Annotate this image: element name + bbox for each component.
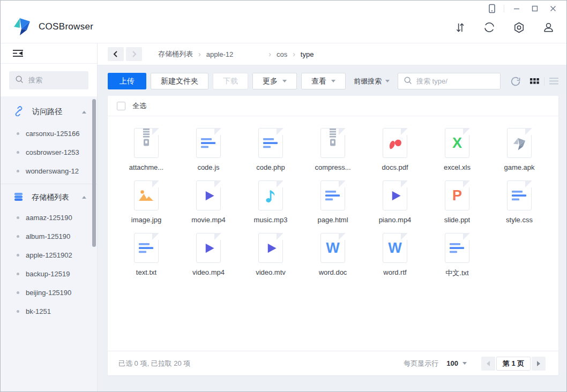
chevron-left-icon: [487, 361, 490, 366]
file-type-icon: [320, 128, 345, 158]
search-icon: [15, 75, 24, 86]
maximize-button[interactable]: [526, 1, 544, 17]
file-item[interactable]: code.php: [240, 128, 302, 171]
sidebar-item-bucket[interactable]: backup-12519: [1, 265, 97, 283]
file-name: video.mp4: [192, 268, 225, 276]
section-access-paths[interactable]: 访问路径: [1, 100, 97, 124]
mobile-app-icon[interactable]: [482, 1, 501, 17]
section-bucket-list[interactable]: 存储桶列表: [1, 184, 97, 208]
file-search-input[interactable]: 搜索 type/: [398, 73, 501, 89]
file-item[interactable]: music.mp3: [240, 180, 302, 224]
breadcrumb-item[interactable]: › cos: [263, 50, 287, 58]
file-item[interactable]: attachme...: [115, 128, 177, 171]
file-item[interactable]: W word.rtf: [364, 233, 426, 278]
file-item[interactable]: page.html: [302, 180, 364, 224]
file-item[interactable]: piano.mp4: [364, 180, 426, 224]
breadcrumb-item[interactable]: 存储桶列表: [158, 49, 193, 59]
sidebar-item-label: beijing-125190: [26, 289, 71, 297]
prefix-search-dropdown[interactable]: 前缀搜索: [354, 77, 390, 86]
breadcrumb: 存储桶列表 › apple-12 › cos: [158, 49, 314, 59]
file-type-icon: [507, 180, 532, 210]
sidebar-item-access-path[interactable]: wonderswang-12: [1, 162, 97, 180]
prev-page-button[interactable]: [481, 357, 495, 371]
refresh-icon[interactable]: [510, 76, 521, 87]
sidebar-search-input[interactable]: 搜索: [9, 71, 88, 89]
file-item[interactable]: X excel.xls: [426, 128, 488, 171]
file-item[interactable]: docs.pdf: [364, 128, 426, 171]
user-account-icon[interactable]: [542, 21, 555, 34]
file-item[interactable]: text.txt: [115, 233, 177, 278]
transfer-list-icon[interactable]: [453, 21, 466, 34]
file-item[interactable]: video.mp4: [177, 233, 240, 278]
select-all-checkbox[interactable]: [117, 102, 125, 110]
collapse-caret-icon: [82, 111, 86, 114]
chevron-down-icon: [282, 80, 287, 82]
sidebar-collapse-icon[interactable]: [12, 49, 24, 57]
file-item[interactable]: video.mtv: [240, 233, 302, 278]
file-type-icon: X: [445, 128, 469, 158]
sidebar-scrollbar[interactable]: [92, 99, 96, 247]
file-type-icon: [196, 180, 221, 210]
chevron-down-icon[interactable]: [462, 362, 467, 365]
more-dropdown[interactable]: 更多: [252, 73, 297, 89]
back-button[interactable]: [108, 47, 124, 61]
upload-button[interactable]: 上传: [108, 73, 146, 89]
file-item[interactable]: P slide.ppt: [426, 180, 488, 224]
breadcrumb-label: apple-12: [206, 50, 234, 58]
forward-button[interactable]: [126, 47, 142, 61]
sidebar: 搜索 访问路径: [1, 43, 98, 391]
sidebar-item-access-path[interactable]: carsonxu-125166: [1, 124, 97, 143]
file-name: game.apk: [504, 163, 534, 171]
file-item[interactable]: 中文.txt: [426, 233, 488, 278]
file-panel: 全选: [108, 96, 558, 375]
file-name: attachme...: [129, 163, 163, 171]
file-name: code.php: [256, 163, 285, 171]
file-letter-glyph: P: [452, 189, 462, 203]
page-fold: [339, 128, 346, 135]
view-dropdown[interactable]: 查看: [301, 73, 346, 89]
page-fold: [277, 233, 284, 240]
file-item[interactable]: movie.mp4: [177, 180, 240, 224]
titlebar-divider: [504, 5, 504, 12]
settings-gear-icon[interactable]: [512, 21, 525, 34]
titlebar: COSBrowser: [1, 1, 566, 43]
file-item[interactable]: style.css: [488, 180, 550, 224]
bullet-icon: [17, 310, 19, 313]
file-item[interactable]: code.js: [177, 128, 240, 171]
breadcrumb-separator: ›: [293, 50, 295, 58]
file-item[interactable]: W word.doc: [302, 233, 364, 278]
sidebar-item-access-path[interactable]: cosbrowser-1253: [1, 143, 97, 162]
grid-view-icon[interactable]: [530, 78, 539, 84]
sidebar-item-bucket[interactable]: bk-1251: [1, 302, 97, 321]
toolbar: 上传 新建文件夹 下载 更多 查看 前缀搜索: [98, 65, 566, 95]
list-view-icon[interactable]: [549, 78, 558, 85]
next-page-button[interactable]: [532, 357, 546, 371]
file-type-icon: [383, 180, 407, 210]
file-item[interactable]: game.apk: [488, 128, 550, 171]
file-search-placeholder: 搜索 type/: [416, 77, 447, 86]
bullet-icon: [17, 170, 19, 172]
sidebar-item-bucket[interactable]: aamaz-125190: [1, 208, 97, 227]
per-page-value: 100: [446, 359, 458, 367]
download-button[interactable]: 下载: [213, 73, 248, 89]
page-fold: [463, 233, 470, 240]
file-item[interactable]: compress...: [302, 128, 364, 171]
page-fold: [401, 128, 408, 135]
sync-icon[interactable]: [483, 21, 496, 34]
file-item[interactable]: image.jpg: [115, 180, 177, 224]
page-fold: [214, 128, 221, 135]
sidebar-item-bucket[interactable]: beijing-125190: [1, 283, 97, 302]
link-icon: [13, 105, 24, 118]
sidebar-item-bucket[interactable]: apple-1251902: [1, 246, 97, 265]
sidebar-item-bucket[interactable]: album-125190: [1, 227, 97, 246]
sidebar-item-label: apple-1251902: [26, 251, 72, 259]
bullet-icon: [17, 132, 19, 135]
file-name: word.rtf: [383, 268, 406, 276]
minimize-button[interactable]: [508, 1, 526, 17]
close-button[interactable]: [544, 1, 562, 17]
breadcrumb-item[interactable]: › type: [287, 50, 314, 58]
breadcrumb-item[interactable]: › apple-12: [193, 50, 233, 58]
search-icon: [404, 76, 412, 87]
new-folder-button[interactable]: 新建文件夹: [151, 73, 208, 89]
sidebar-search-placeholder: 搜索: [28, 76, 42, 85]
